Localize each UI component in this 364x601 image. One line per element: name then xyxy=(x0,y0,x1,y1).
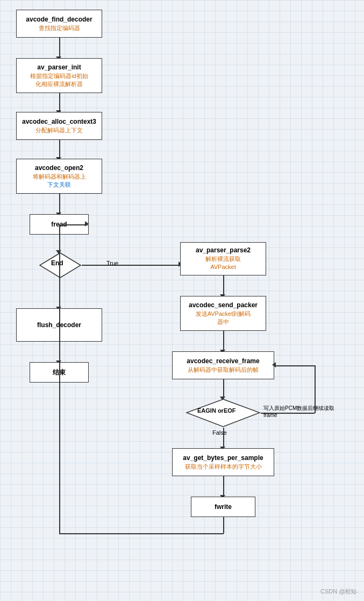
arrowhead-eagin-receive xyxy=(272,362,276,367)
desc-avcode-find-decoder: 查找指定编码器 xyxy=(39,24,80,32)
desc-av-parser-parse2: 解析裸流获取AVPacket xyxy=(205,255,241,272)
func-av-parser-init: av_parser_init xyxy=(37,63,81,72)
arrow-receive-eagin xyxy=(223,379,224,398)
func-avcodec-alloc-context3: avcodec_alloc_context3 xyxy=(22,117,96,126)
box-av-get-bytes: av_get_bytes_per_sample 获取当个采样样本的字节大小 xyxy=(172,448,274,476)
desc-avcodec-open2-2: 下文关联 xyxy=(47,181,71,189)
box-fwrite: fwrite xyxy=(191,497,255,517)
diamond-eagin: EAGIN orEOF xyxy=(185,398,261,430)
arrow-eagin-left-h xyxy=(274,365,315,366)
desc-avcodec-send-packet: 发送AVPacket到解码器中 xyxy=(196,310,251,327)
label-false: False xyxy=(212,429,227,436)
desc-avcodec-receive-frame: 从解码器中获取解码后的帧 xyxy=(188,366,259,374)
func-fwrite: fwrite xyxy=(215,503,232,512)
arrow-diamond-right xyxy=(82,265,180,266)
arrow-bytes-fwrite xyxy=(223,476,224,497)
desc-av-get-bytes: 获取当个采样样本的字节大小 xyxy=(185,463,262,471)
box-av-parser-init: av_parser_init 根据指定编码器id初始化相应裸流解析器 xyxy=(16,58,102,93)
func-av-parser-parse2: av_parser_parse2 xyxy=(196,246,251,255)
box-avcodec-open2: avcodec_open2 将解码器和解码器上 下文关联 xyxy=(16,159,102,194)
arrow-1-2 xyxy=(59,38,60,58)
box-avcodec-send-packet: avcodec_send_packer 发送AVPacket到解码器中 xyxy=(180,296,266,331)
func-avcodec-receive-frame: avcodec_receive_frame xyxy=(187,357,259,366)
arrow-fwrite-down xyxy=(223,517,224,533)
label-write-pcm: 写入原始PCM数据后继续读取frame xyxy=(263,405,339,418)
desc-avcodec-open2-1: 将解码器和解码器上 xyxy=(33,173,86,181)
arrow-send-receive xyxy=(223,331,224,351)
arrow-fwrite-h2 xyxy=(61,224,88,225)
box-avcode-find-decoder: avcode_find_decoder 查找指定编码器 xyxy=(16,10,102,38)
func-av-get-bytes: av_get_bytes_per_sample xyxy=(183,454,263,463)
box-avcodec-receive-frame: avcodec_receive_frame 从解码器中获取解码后的帧 xyxy=(172,351,274,379)
func-avcodec-send-packet: avcodec_send_packer xyxy=(189,301,258,310)
arrow-eagin-down xyxy=(223,428,224,448)
diamond-eagin-label: EAGIN orEOF xyxy=(197,407,236,414)
watermark: CSDN @相知- xyxy=(320,588,359,596)
arrow-fwrite-left xyxy=(59,533,224,534)
desc-av-parser-init: 根据指定编码器id初始化相应裸流解析器 xyxy=(30,72,88,89)
label-true: True xyxy=(106,260,118,266)
arrow-fwrite-up xyxy=(59,224,60,534)
func-avcode-find-decoder: avcode_find_decoder xyxy=(26,15,92,24)
func-avcodec-open2: avcodec_open2 xyxy=(35,164,83,173)
arrow-2-3 xyxy=(59,93,60,112)
diamond-end: End xyxy=(39,252,82,281)
diamond-end-label: End xyxy=(51,259,63,267)
arrow-3-4 xyxy=(59,140,60,159)
arrow-parse2-send xyxy=(223,275,224,296)
arrow-4-fread xyxy=(59,194,60,214)
arrowhead-fwrite-fread xyxy=(85,221,89,227)
box-avcodec-alloc-context3: avcodec_alloc_context3 分配解码器上下文 xyxy=(16,112,102,140)
box-av-parser-parse2: av_parser_parse2 解析裸流获取AVPacket xyxy=(180,242,266,275)
desc-avcodec-alloc-context3: 分配解码器上下文 xyxy=(35,126,83,135)
flowchart-canvas: avcode_find_decoder 查找指定编码器 av_parser_in… xyxy=(0,0,364,601)
